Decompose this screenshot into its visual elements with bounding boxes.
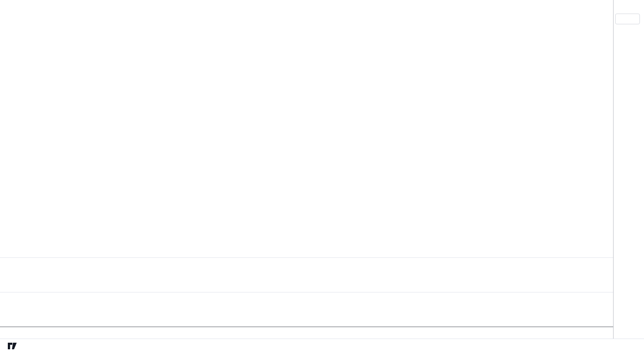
sma-legend[interactable] <box>6 14 9 21</box>
macd-legend[interactable] <box>7 297 20 303</box>
pane-divider[interactable] <box>0 257 613 258</box>
rsi-legend[interactable] <box>7 259 20 264</box>
currency-button[interactable] <box>615 14 640 24</box>
pane-divider[interactable] <box>0 292 613 292</box>
chart-canvas[interactable] <box>0 0 644 353</box>
price-axis[interactable] <box>613 0 644 339</box>
tradingview-logo-icon <box>7 341 17 350</box>
tradingview-chart-page <box>0 0 644 353</box>
time-axis[interactable] <box>0 327 644 339</box>
